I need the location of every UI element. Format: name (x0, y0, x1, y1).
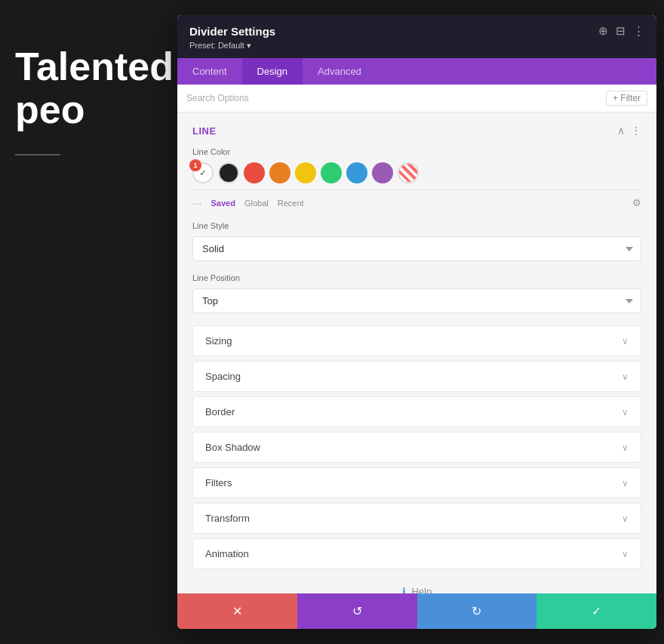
color-badge-transparent: 1 (192, 162, 214, 183)
color-swatch-green[interactable] (321, 162, 342, 183)
color-swatch-striped[interactable] (398, 162, 419, 183)
boxshadow-chevron: ∨ (622, 442, 629, 453)
border-section: Border ∨ (192, 396, 641, 427)
search-bar: Search Options + Filter (177, 85, 656, 112)
animation-section: Animation ∨ (192, 538, 641, 569)
filters-title: Filters (205, 477, 232, 488)
saved-tabs: ··· Saved Global Recent ⚙ (192, 190, 641, 209)
spacing-section: Spacing ∨ (192, 361, 641, 392)
line-color-label: Line Color (192, 147, 641, 156)
target-icon[interactable]: ⊕ (598, 24, 608, 38)
filter-button[interactable]: + Filter (606, 91, 647, 106)
line-section-header: Line ∧ ⋮ (192, 125, 641, 137)
filters-section: Filters ∨ (192, 467, 641, 498)
animation-chevron: ∨ (622, 549, 629, 559)
saved-tab[interactable]: Saved (211, 199, 235, 208)
modal-tabs: Content Design Advanced (177, 58, 656, 85)
color-swatch-blue[interactable] (346, 162, 367, 183)
color-swatch-orange[interactable] (269, 162, 290, 183)
background-title: Talented peo (15, 45, 158, 131)
background-divider (15, 154, 60, 156)
modal-title: Divider Settings (189, 25, 275, 38)
help-icon: ℹ (402, 586, 406, 593)
transform-section: Transform ∨ (192, 503, 641, 534)
transform-title: Transform (205, 513, 250, 524)
line-position-group: Line Position Top Center Bottom (192, 273, 641, 313)
border-header[interactable]: Border ∨ (193, 397, 641, 427)
color-settings-icon[interactable]: ⚙ (632, 197, 641, 208)
collapse-icon[interactable]: ∧ (617, 125, 625, 137)
more-icon[interactable]: ⋮ (633, 24, 644, 38)
border-title: Border (205, 406, 235, 418)
preset-value[interactable]: Default ▾ (218, 41, 251, 50)
tab-advanced[interactable]: Advanced (303, 58, 377, 85)
line-section-icons: ∧ ⋮ (617, 125, 641, 137)
badge-number: 1 (189, 159, 201, 171)
spacing-title: Spacing (205, 371, 241, 382)
boxshadow-header[interactable]: Box Shadow ∨ (193, 433, 641, 462)
line-style-label: Line Style (192, 221, 641, 230)
color-swatch-black[interactable] (218, 162, 239, 183)
border-chevron: ∨ (622, 407, 629, 418)
help-label[interactable]: Help (411, 586, 432, 593)
sizing-header[interactable]: Sizing ∨ (193, 326, 641, 356)
save-icon: ✓ (592, 604, 601, 618)
modal-header: Divider Settings ⊕ ⊟ ⋮ Preset: Default ▾ (177, 15, 656, 58)
columns-icon[interactable]: ⊟ (616, 24, 626, 38)
line-color-group: Line Color 1 (192, 147, 641, 209)
boxshadow-title: Box Shadow (205, 442, 260, 453)
reset-button[interactable]: ↺ (297, 593, 417, 629)
redo-button[interactable]: ↻ (417, 593, 537, 629)
modal-footer: ✕ ↺ ↻ ✓ (177, 593, 656, 629)
cancel-icon: ✕ (232, 604, 242, 618)
recent-tab[interactable]: Recent (278, 199, 304, 208)
line-style-group: Line Style Solid None Dashed Dotted Doub… (192, 221, 641, 261)
sizing-section: Sizing ∨ (192, 325, 641, 356)
tab-design[interactable]: Design (242, 58, 303, 85)
background-content: Talented peo (0, 0, 174, 644)
sizing-chevron: ∨ (622, 336, 629, 347)
global-tab[interactable]: Global (244, 199, 269, 208)
animation-header[interactable]: Animation ∨ (193, 539, 641, 569)
line-section-title: Line (192, 125, 217, 137)
transform-chevron: ∨ (622, 513, 629, 524)
line-more-icon[interactable]: ⋮ (631, 125, 641, 137)
redo-icon: ↻ (472, 604, 481, 618)
divider-settings-modal: Divider Settings ⊕ ⊟ ⋮ Preset: Default ▾… (177, 15, 656, 629)
sizing-title: Sizing (205, 335, 232, 347)
tab-content[interactable]: Content (177, 58, 242, 85)
reset-icon: ↺ (352, 604, 362, 618)
modal-body: Line ∧ ⋮ Line Color 1 (177, 112, 656, 593)
preset-label: Preset: (189, 41, 216, 50)
save-button[interactable]: ✓ (536, 593, 656, 629)
filters-header[interactable]: Filters ∨ (193, 468, 641, 498)
line-section: Line ∧ ⋮ Line Color 1 (192, 125, 641, 313)
color-swatch-purple[interactable] (372, 162, 393, 183)
modal-preset: Preset: Default ▾ (189, 41, 644, 51)
animation-title: Animation (205, 548, 249, 559)
transform-header[interactable]: Transform ∨ (193, 504, 641, 533)
spacing-chevron: ∨ (622, 371, 629, 382)
cancel-button[interactable]: ✕ (177, 593, 297, 629)
dots-icon[interactable]: ··· (192, 196, 202, 209)
color-swatch-yellow[interactable] (295, 162, 316, 183)
line-style-select[interactable]: Solid None Dashed Dotted Double Groove R… (192, 236, 641, 261)
filters-chevron: ∨ (622, 478, 629, 488)
color-row: 1 (192, 162, 641, 183)
modal-header-top: Divider Settings ⊕ ⊟ ⋮ (189, 24, 644, 38)
spacing-header[interactable]: Spacing ∨ (193, 362, 641, 391)
line-position-select[interactable]: Top Center Bottom (192, 288, 641, 313)
line-position-label: Line Position (192, 273, 641, 282)
modal-header-icons: ⊕ ⊟ ⋮ (598, 24, 644, 38)
help-section: ℹ Help (192, 574, 641, 593)
search-placeholder[interactable]: Search Options (186, 93, 249, 103)
boxshadow-section: Box Shadow ∨ (192, 432, 641, 463)
color-swatch-red[interactable] (244, 162, 265, 183)
